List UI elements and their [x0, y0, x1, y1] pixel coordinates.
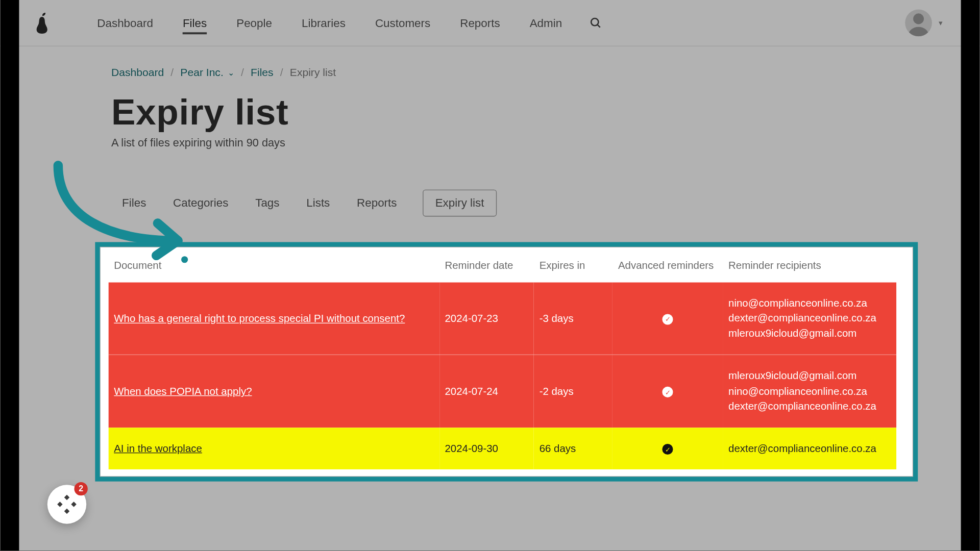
- tab-lists[interactable]: Lists: [305, 191, 331, 215]
- cell-reminder-date: 2024-07-24: [439, 355, 534, 428]
- help-widget-button[interactable]: 2: [47, 485, 86, 523]
- user-menu[interactable]: ▾: [905, 9, 943, 36]
- expiry-table-highlight: DocumentReminder dateExpires inAdvanced …: [101, 247, 913, 476]
- cell-document: Who has a general right to process speci…: [109, 283, 439, 355]
- tab-files[interactable]: Files: [120, 191, 148, 215]
- check-icon: ✓: [663, 314, 673, 324]
- nav-files[interactable]: Files: [183, 2, 207, 44]
- nav-libraries[interactable]: Libraries: [302, 2, 346, 44]
- svg-rect-5: [64, 509, 69, 514]
- breadcrumb-current: Expiry list: [290, 66, 336, 79]
- svg-line-1: [598, 24, 600, 27]
- svg-rect-7: [71, 502, 76, 507]
- cell-recipients: nino@complianceonline.co.zadexter@compli…: [723, 283, 897, 355]
- nav-dashboard[interactable]: Dashboard: [97, 2, 153, 44]
- breadcrumb-sep: /: [280, 66, 283, 79]
- page-title: Expiry list: [111, 91, 939, 133]
- cell-recipients: dexter@complianceonline.co.za: [723, 428, 897, 469]
- breadcrumb: Dashboard / Pear Inc. ⌄ / Files / Expiry…: [111, 66, 939, 79]
- nav-customers[interactable]: Customers: [375, 2, 430, 44]
- pear-logo-icon[interactable]: [34, 11, 50, 34]
- page-content: Dashboard / Pear Inc. ⌄ / Files / Expiry…: [0, 46, 979, 503]
- tab-tags[interactable]: Tags: [254, 191, 281, 215]
- viewport-left-mask: [0, 0, 19, 550]
- breadcrumb-org-label: Pear Inc.: [180, 66, 223, 79]
- notification-badge: 2: [74, 482, 87, 495]
- cell-advanced: ✓: [612, 428, 723, 469]
- chevron-down-icon: ⌄: [228, 68, 234, 77]
- breadcrumb-files[interactable]: Files: [251, 66, 274, 79]
- nav-reports[interactable]: Reports: [460, 2, 500, 44]
- svg-rect-6: [57, 502, 62, 507]
- primary-nav: DashboardFilesPeopleLibrariesCustomersRe…: [97, 0, 562, 46]
- expiry-table: DocumentReminder dateExpires inAdvanced …: [109, 256, 896, 469]
- cell-document: AI in the workplace: [109, 428, 439, 469]
- cell-advanced: ✓: [612, 283, 723, 355]
- col-advanced-reminders: Advanced reminders: [612, 256, 723, 283]
- tab-categories[interactable]: Categories: [172, 191, 230, 215]
- chevron-down-icon: ▾: [939, 18, 943, 27]
- cell-expires-in: -3 days: [534, 283, 612, 355]
- breadcrumb-sep: /: [170, 66, 174, 79]
- table-row: Who has a general right to process speci…: [109, 283, 896, 355]
- breadcrumb-sep: /: [241, 66, 244, 79]
- document-link[interactable]: Who has a general right to process speci…: [114, 312, 405, 323]
- svg-rect-8: [63, 501, 70, 508]
- col-reminder-recipients: Reminder recipients: [723, 256, 897, 283]
- expiry-table-panel: DocumentReminder dateExpires inAdvanced …: [101, 247, 913, 476]
- cell-reminder-date: 2024-09-30: [439, 428, 534, 469]
- breadcrumb-dashboard[interactable]: Dashboard: [111, 66, 164, 79]
- top-nav: DashboardFilesPeopleLibrariesCustomersRe…: [0, 0, 979, 46]
- document-link[interactable]: AI in the workplace: [114, 442, 202, 454]
- table-header-row: DocumentReminder dateExpires inAdvanced …: [109, 256, 896, 283]
- nav-people[interactable]: People: [236, 2, 272, 44]
- cell-advanced: ✓: [612, 355, 723, 428]
- nav-admin[interactable]: Admin: [530, 2, 562, 44]
- tab-expiry-list[interactable]: Expiry list: [423, 190, 497, 217]
- document-link[interactable]: When does POPIA not apply?: [114, 385, 252, 396]
- avatar-icon: [905, 9, 932, 36]
- page-subtitle: A list of files expiring within 90 days: [111, 137, 939, 149]
- breadcrumb-org[interactable]: Pear Inc. ⌄: [180, 66, 234, 79]
- col-reminder-date: Reminder date: [439, 256, 534, 283]
- viewport-right-mask: [961, 0, 980, 550]
- svg-point-2: [913, 13, 924, 24]
- app-window: DashboardFilesPeopleLibrariesCustomersRe…: [0, 0, 979, 550]
- table-row: AI in the workplace2024-09-3066 days✓dex…: [109, 428, 896, 469]
- svg-rect-4: [64, 495, 69, 500]
- col-document: Document: [109, 256, 439, 283]
- svg-point-0: [591, 18, 598, 26]
- cell-recipients: mleroux9icloud@gmail.comnino@complianceo…: [723, 355, 897, 428]
- cell-expires-in: -2 days: [534, 355, 612, 428]
- table-body: Who has a general right to process speci…: [109, 283, 896, 470]
- search-icon[interactable]: [589, 16, 602, 30]
- col-expires-in: Expires in: [534, 256, 612, 283]
- table-row: When does POPIA not apply?2024-07-24-2 d…: [109, 355, 896, 428]
- tab-reports[interactable]: Reports: [355, 191, 398, 215]
- cell-document: When does POPIA not apply?: [109, 355, 439, 428]
- sub-tabs: FilesCategoriesTagsListsReportsExpiry li…: [120, 190, 939, 217]
- cell-expires-in: 66 days: [534, 428, 612, 469]
- check-icon: ✓: [663, 387, 673, 397]
- cell-reminder-date: 2024-07-23: [439, 283, 534, 355]
- check-icon: ✓: [663, 444, 673, 455]
